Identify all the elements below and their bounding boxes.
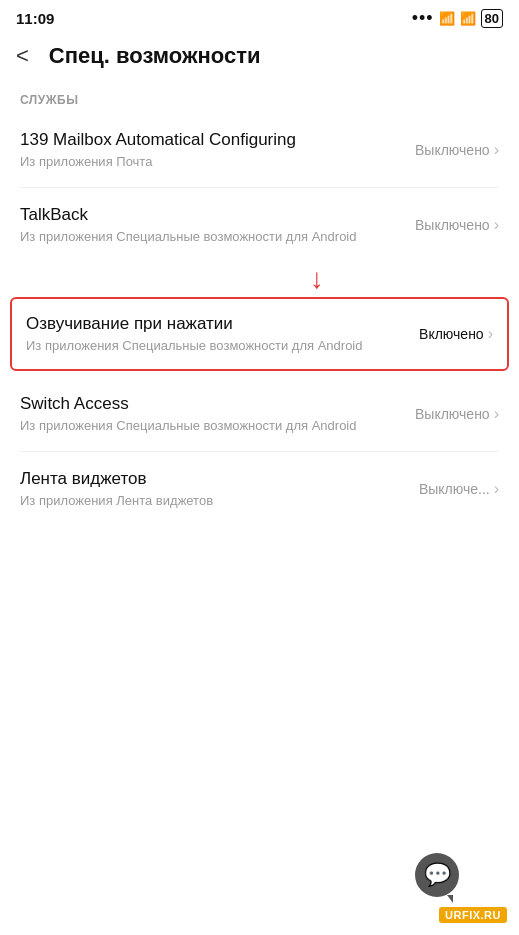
header: < Спец. возможности bbox=[0, 33, 519, 79]
list-item-switch[interactable]: Switch Access Из приложения Специальные … bbox=[0, 379, 519, 449]
section-label: СЛУЖБЫ bbox=[0, 79, 519, 115]
divider-2 bbox=[20, 451, 499, 452]
list-item-ozvu-left: Озвучивание при нажатии Из приложения Сп… bbox=[26, 313, 419, 355]
wifi-icon: 📶 bbox=[460, 11, 476, 26]
item-status-mailbox: Выключено bbox=[415, 142, 490, 158]
list-item-mailbox-right: Выключено › bbox=[415, 141, 499, 159]
item-sub-talkback: Из приложения Специальные возможности дл… bbox=[20, 228, 399, 246]
item-sub-lenta: Из приложения Лента виджетов bbox=[20, 492, 403, 510]
status-icons: ••• 📶 📶 80 bbox=[412, 8, 503, 29]
item-title-switch: Switch Access bbox=[20, 393, 399, 415]
list-item-lenta-right: Выключе... › bbox=[419, 480, 499, 498]
chevron-icon-switch: › bbox=[494, 405, 499, 423]
list-item-switch-left: Switch Access Из приложения Специальные … bbox=[20, 393, 415, 435]
list-item-ozvu[interactable]: Озвучивание при нажатии Из приложения Сп… bbox=[10, 297, 509, 371]
list-item-lenta[interactable]: Лента виджетов Из приложения Лента видже… bbox=[0, 454, 519, 524]
battery-indicator: 80 bbox=[481, 9, 503, 28]
item-status-switch: Выключено bbox=[415, 406, 490, 422]
item-title-talkback: TalkBack bbox=[20, 204, 399, 226]
status-time: 11:09 bbox=[16, 10, 54, 27]
chat-bubble-button[interactable]: 💬 bbox=[415, 853, 459, 897]
item-sub-mailbox: Из приложения Почта bbox=[20, 153, 399, 171]
status-bar: 11:09 ••• 📶 📶 80 bbox=[0, 0, 519, 33]
arrow-container: ↓ bbox=[0, 261, 519, 293]
chat-icon: 💬 bbox=[424, 862, 451, 888]
watermark: URFIX.RU bbox=[439, 907, 507, 923]
dots-icon: ••• bbox=[412, 8, 434, 29]
chevron-icon-talkback: › bbox=[494, 216, 499, 234]
list-item-talkback-right: Выключено › bbox=[415, 216, 499, 234]
item-status-ozvu: Включено bbox=[419, 326, 484, 342]
item-title-ozvu: Озвучивание при нажатии bbox=[26, 313, 403, 335]
list-item-talkback-left: TalkBack Из приложения Специальные возмо… bbox=[20, 204, 415, 246]
down-arrow-icon: ↓ bbox=[310, 265, 324, 293]
list-item-talkback[interactable]: TalkBack Из приложения Специальные возмо… bbox=[0, 190, 519, 260]
chevron-icon-ozvu: › bbox=[488, 325, 493, 343]
item-title-lenta: Лента виджетов bbox=[20, 468, 403, 490]
item-sub-switch: Из приложения Специальные возможности дл… bbox=[20, 417, 399, 435]
back-button[interactable]: < bbox=[16, 43, 29, 69]
item-status-talkback: Выключено bbox=[415, 217, 490, 233]
list-item-lenta-left: Лента виджетов Из приложения Лента видже… bbox=[20, 468, 419, 510]
list-item-mailbox[interactable]: 139 Mailbox Automatical Configuring Из п… bbox=[0, 115, 519, 185]
chevron-icon-mailbox: › bbox=[494, 141, 499, 159]
divider-1 bbox=[20, 187, 499, 188]
page-title: Спец. возможности bbox=[49, 43, 261, 69]
signal-icon: 📶 bbox=[439, 11, 455, 26]
list-item-ozvu-right: Включено › bbox=[419, 325, 493, 343]
item-title-mailbox: 139 Mailbox Automatical Configuring bbox=[20, 129, 399, 151]
list-item-switch-right: Выключено › bbox=[415, 405, 499, 423]
item-sub-ozvu: Из приложения Специальные возможности дл… bbox=[26, 337, 403, 355]
list-item-mailbox-left: 139 Mailbox Automatical Configuring Из п… bbox=[20, 129, 415, 171]
item-status-lenta: Выключе... bbox=[419, 481, 490, 497]
chevron-icon-lenta: › bbox=[494, 480, 499, 498]
